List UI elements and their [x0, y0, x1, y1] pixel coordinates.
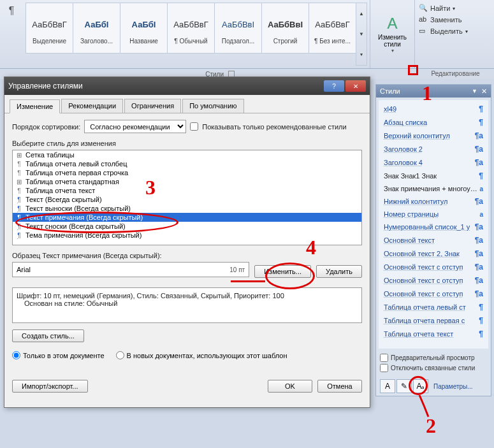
- styles-pane-item[interactable]: Нумерованный список_1 у¶a: [380, 220, 487, 234]
- create-style-button[interactable]: Создать стиль...: [12, 329, 84, 342]
- styles-pane-item[interactable]: Знак Знак1 Знак¶: [380, 170, 487, 183]
- styles-pane-item[interactable]: Нижний колонтитул¶a: [380, 195, 487, 208]
- style-type-icon: ¶a: [475, 197, 483, 206]
- list-item[interactable]: ¶Таблица отчета левый столбец: [13, 159, 361, 168]
- style-type-icon: ¶: [479, 105, 483, 113]
- paragraph-icon: ¶: [15, 232, 23, 239]
- style-listbox[interactable]: ⊞Сетка таблицы¶Таблица отчета левый стол…: [12, 150, 362, 245]
- paragraph-icon: ¶: [15, 170, 23, 177]
- replace-icon: ab: [419, 15, 428, 24]
- styles-pane-item-label: Основной текст: [384, 236, 475, 244]
- style-item[interactable]: АаБбВвГ Выделение: [25, 3, 73, 54]
- close-icon[interactable]: ✕: [481, 87, 487, 96]
- ok-button[interactable]: OK: [268, 380, 312, 393]
- style-item[interactable]: АаБбІ Название: [120, 3, 168, 54]
- tab-default[interactable]: По умолчанию: [182, 99, 243, 113]
- find-button[interactable]: 🔍 Найти ▾: [419, 4, 475, 13]
- styles-pane-item-label: Нумерованный список_1 у: [384, 223, 475, 231]
- preview-checkbox[interactable]: Предварительный просмотр: [380, 354, 487, 362]
- show-recommended-label: Показывать только рекомендованные стили: [202, 123, 346, 131]
- styles-pane-item-label: Номер страницы: [384, 210, 479, 218]
- close-button[interactable]: ✕: [345, 80, 366, 92]
- list-item-label: Текст выноски (Всегда скрытый): [25, 205, 131, 212]
- disable-linked-checkbox[interactable]: Отключить связанные стили: [380, 364, 487, 372]
- styles-pane-item[interactable]: Таблица отчета текст¶: [380, 328, 487, 341]
- tab-edit[interactable]: Изменение: [10, 99, 60, 113]
- show-recommended-checkbox[interactable]: [190, 122, 198, 131]
- style-item[interactable]: АаБбВвГ ¶ Обычный: [167, 3, 215, 54]
- styles-pane-item[interactable]: Абзац списка¶: [380, 116, 487, 129]
- style-item[interactable]: АаБбВвI Строгий: [261, 3, 309, 54]
- styles-pane-item[interactable]: Основной текст с отступ¶a: [380, 261, 487, 274]
- sample-label: Образец Текст примечания (Всегда скрытый…: [12, 252, 362, 259]
- style-type-icon: a: [479, 185, 483, 192]
- list-item-label: Таблица отчета левый столбец: [25, 160, 127, 168]
- style-item[interactable]: АаБбІ Заголово...: [73, 3, 120, 54]
- style-type-icon: ¶: [479, 329, 483, 338]
- delete-button[interactable]: Удалить: [316, 265, 362, 278]
- tab-recommend[interactable]: Рекомендации: [61, 99, 123, 113]
- styles-pane-item[interactable]: Заголовок 4¶a: [380, 156, 487, 170]
- style-preview: АаБбВвІ: [222, 12, 254, 38]
- list-item[interactable]: ¶Таблица отчета первая строчка: [13, 168, 361, 177]
- style-type-icon: ¶a: [475, 263, 483, 271]
- replace-button[interactable]: ab Заменить: [419, 15, 475, 24]
- list-item[interactable]: ⊞Таблица отчета стандартная: [13, 177, 361, 186]
- dialog-tabs: Изменение Рекомендации Ограничения По ум…: [4, 95, 370, 113]
- binoculars-icon: 🔍: [419, 4, 428, 13]
- options-link[interactable]: Параметры...: [433, 383, 473, 390]
- styles-pane-item[interactable]: Основной текст с отступ¶a: [380, 274, 487, 287]
- styles-pane-item[interactable]: Заголовок 2¶a: [380, 143, 487, 156]
- styles-pane-item-label: Таблица отчета текст: [384, 330, 479, 338]
- styles-pane-item[interactable]: Основной текст с отступ¶a: [380, 287, 487, 301]
- gallery-down-icon[interactable]: ▼: [356, 24, 367, 44]
- manage-styles-button[interactable]: Aₐ: [413, 379, 428, 393]
- change-styles-button[interactable]: A Изменить стили ▾: [370, 0, 415, 68]
- list-item[interactable]: ⊞Сетка таблицы: [13, 150, 361, 159]
- style-inspector-button[interactable]: ✎: [396, 379, 412, 393]
- select-button[interactable]: ▭ Выделить ▾: [419, 27, 475, 36]
- radio-this-doc-input[interactable]: [12, 351, 20, 359]
- modify-button[interactable]: Изменить...: [254, 265, 311, 278]
- styles-pane-tools: A ✎ Aₐ Параметры...: [376, 377, 491, 396]
- styles-pane-item-label: Верхний колонтитул: [384, 132, 475, 140]
- styles-pane-item[interactable]: Знак примечания + многоуровневый, Слева:…: [380, 183, 487, 195]
- style-item[interactable]: АаБбВвІ Подзагол...: [214, 3, 262, 54]
- styles-pane-item[interactable]: Таблица отчета левый ст¶: [380, 301, 487, 314]
- radio-new-docs[interactable]: В новых документах, использующих этот ша…: [116, 351, 287, 359]
- dialog-titlebar[interactable]: Управление стилями ? ✕: [4, 77, 370, 95]
- list-item[interactable]: ¶Текст (Всегда скрытый): [13, 195, 361, 204]
- gallery-more-icon[interactable]: ▾: [356, 45, 367, 65]
- radio-this-doc[interactable]: Только в этом документе: [12, 351, 105, 359]
- tab-restrict[interactable]: Ограничения: [124, 99, 181, 113]
- styles-pane-item[interactable]: Основной текст¶a: [380, 234, 487, 247]
- list-item-label: Текст сноски (Всегда скрытый): [25, 222, 126, 230]
- sort-select[interactable]: Согласно рекомендации: [84, 120, 186, 133]
- list-item[interactable]: ¶Текст сноски (Всегда скрытый): [13, 222, 361, 231]
- styles-pane-item[interactable]: xl49¶: [380, 103, 487, 116]
- list-item[interactable]: ¶Текст выноски (Всегда скрытый): [13, 204, 361, 213]
- styles-pane-item-label: Знак Знак1 Знак: [384, 172, 479, 180]
- gallery-up-icon[interactable]: ▲: [356, 3, 367, 24]
- chevron-down-icon: ▾: [453, 6, 455, 11]
- style-type-icon: ¶: [479, 171, 483, 180]
- styles-pane-item[interactable]: Верхний колонтитул¶a: [380, 129, 487, 143]
- styles-pane-list[interactable]: xl49¶Абзац списка¶Верхний колонтитул¶aЗа…: [379, 100, 488, 349]
- style-item[interactable]: АаБбВвГ ¶ Без инте...: [309, 3, 356, 54]
- list-item[interactable]: ¶Тема примечания (Всегда скрытый): [13, 231, 361, 240]
- cancel-button[interactable]: Отмена: [317, 380, 362, 393]
- radio-new-docs-input[interactable]: [116, 351, 124, 359]
- table-icon: ⊞: [15, 178, 23, 185]
- new-style-button[interactable]: A: [380, 379, 395, 393]
- pilcrow-icon[interactable]: ¶: [9, 5, 15, 17]
- styles-pane-item[interactable]: Номер страницыa: [380, 208, 487, 220]
- style-label: Строгий: [273, 38, 298, 45]
- styles-pane-item[interactable]: Таблица отчета первая с¶: [380, 314, 487, 328]
- styles-pane-item[interactable]: Основной текст 2, Знак¶a: [380, 247, 487, 261]
- list-item[interactable]: ¶Таблица отчета текст: [13, 186, 361, 195]
- import-export-button[interactable]: Импорт/экспорт...: [12, 380, 88, 393]
- styles-pane-header[interactable]: Стили ▼ ✕: [376, 85, 491, 98]
- list-item[interactable]: ¶Текст примечания (Всегда скрытый): [13, 213, 361, 222]
- chevron-down-icon[interactable]: ▼: [472, 88, 477, 94]
- help-button[interactable]: ?: [324, 80, 344, 92]
